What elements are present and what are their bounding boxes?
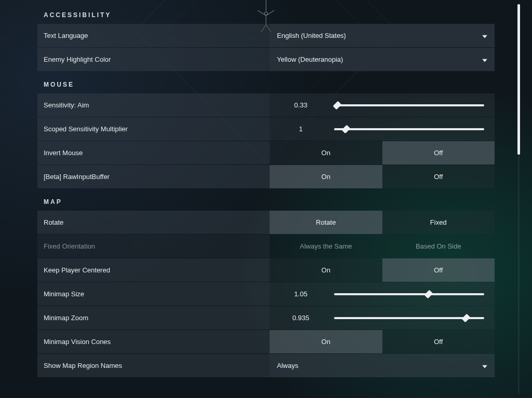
slider-thumb[interactable]: [342, 125, 351, 133]
label-sensitivity-aim: Sensitivity: Aim: [37, 93, 270, 117]
label-minimap-zoom: Minimap Zoom: [37, 306, 270, 330]
scrollbar-track[interactable]: [518, 4, 520, 394]
label-text-language: Text Language: [37, 24, 270, 47]
slider-track[interactable]: [334, 317, 484, 319]
row-minimap-size: Minimap Size 1.05: [37, 282, 495, 306]
dropdown-region-names[interactable]: Always: [270, 354, 495, 377]
slider-thumb[interactable]: [332, 101, 341, 109]
slider-value[interactable]: 1: [270, 125, 332, 133]
settings-panel: ACCESSIBILITY Text Language English (Uni…: [37, 0, 495, 398]
toggle-cones-on[interactable]: On: [270, 330, 382, 353]
slider-minimap-zoom[interactable]: 0.935: [270, 306, 495, 330]
scrollbar-thumb[interactable]: [517, 4, 520, 155]
slider-value[interactable]: 0.935: [270, 314, 332, 322]
row-region-names: Show Map Region Names Always: [37, 354, 495, 377]
toggle-invert-off[interactable]: Off: [382, 141, 495, 164]
slider-thumb[interactable]: [462, 313, 471, 322]
row-enemy-highlight: Enemy Highlight Color Yellow (Deuteranop…: [37, 48, 495, 71]
label-invert-mouse: Invert Mouse: [37, 141, 270, 164]
toggle-fixed-same: Always the Same: [270, 235, 382, 258]
label-rotate: Rotate: [37, 211, 270, 234]
toggle-cones-off[interactable]: Off: [382, 330, 495, 353]
chevron-down-icon: [482, 362, 487, 369]
toggle-rotate-fixed[interactable]: Fixed: [382, 211, 495, 234]
row-invert-mouse: Invert Mouse On Off: [37, 141, 495, 164]
label-region-names: Show Map Region Names: [37, 354, 270, 377]
slider-value[interactable]: 0.33: [270, 101, 332, 109]
label-minimap-size: Minimap Size: [37, 282, 270, 306]
chevron-down-icon: [482, 32, 487, 39]
label-enemy-highlight: Enemy Highlight Color: [37, 48, 270, 71]
toggle-rawinput-on[interactable]: On: [270, 165, 382, 188]
section-title-map: MAP: [37, 189, 495, 211]
dropdown-enemy-highlight[interactable]: Yellow (Deuteranopia): [270, 48, 495, 71]
section-title-accessibility: ACCESSIBILITY: [37, 2, 495, 24]
toggle-invert-on[interactable]: On: [270, 141, 382, 164]
row-vision-cones: Minimap Vision Cones On Off: [37, 330, 495, 353]
row-fixed-orientation: Fixed Orientation Always the Same Based …: [37, 235, 495, 258]
section-title-mouse: MOUSE: [37, 72, 495, 93]
toggle-centered-off[interactable]: Off: [382, 258, 495, 282]
label-raw-input: [Beta] RawInputBuffer: [37, 165, 270, 188]
slider-scoped-mult[interactable]: 1: [270, 117, 495, 141]
chevron-down-icon: [482, 56, 487, 63]
row-keep-player-centered: Keep Player Centered On Off: [37, 258, 495, 282]
slider-track[interactable]: [334, 293, 484, 295]
slider-sensitivity-aim[interactable]: 0.33: [270, 93, 495, 117]
dropdown-value: Always: [277, 362, 298, 369]
dropdown-value: English (United States): [277, 32, 346, 39]
label-keep-player-centered: Keep Player Centered: [37, 258, 270, 282]
slider-track[interactable]: [334, 104, 484, 106]
row-raw-input: [Beta] RawInputBuffer On Off: [37, 165, 495, 188]
slider-minimap-size[interactable]: 1.05: [270, 282, 495, 306]
row-minimap-zoom: Minimap Zoom 0.935: [37, 306, 495, 330]
toggle-rotate-rotate[interactable]: Rotate: [270, 211, 382, 234]
dropdown-value: Yellow (Deuteranopia): [277, 56, 343, 63]
label-fixed-orientation: Fixed Orientation: [37, 235, 270, 258]
toggle-fixed-side: Based On Side: [382, 235, 495, 258]
dropdown-text-language[interactable]: English (United States): [270, 24, 495, 47]
slider-thumb[interactable]: [424, 290, 433, 298]
toggle-rawinput-off[interactable]: Off: [382, 165, 495, 188]
label-scoped-mult: Scoped Sensitivity Multiplier: [37, 117, 270, 141]
label-vision-cones: Minimap Vision Cones: [37, 330, 270, 353]
row-scoped-mult: Scoped Sensitivity Multiplier 1: [37, 117, 495, 141]
row-text-language: Text Language English (United States): [37, 24, 495, 47]
row-sensitivity-aim: Sensitivity: Aim 0.33: [37, 93, 495, 117]
toggle-centered-on[interactable]: On: [270, 258, 382, 282]
row-rotate: Rotate Rotate Fixed: [37, 211, 495, 234]
slider-track[interactable]: [334, 128, 484, 130]
slider-value[interactable]: 1.05: [270, 290, 332, 298]
